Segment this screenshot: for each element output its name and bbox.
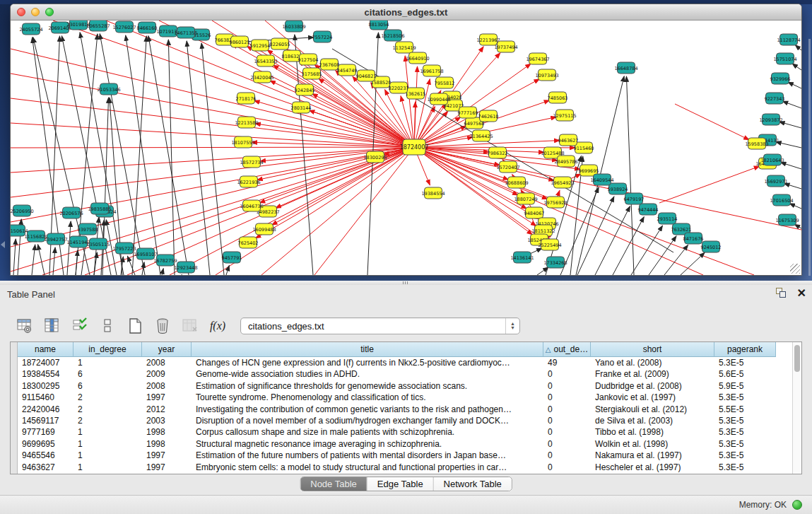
selected-node[interactable]: 18807249 — [514, 193, 537, 204]
edge[interactable] — [649, 236, 676, 275]
selected-node[interactable]: 3175685 — [302, 68, 322, 79]
column-header-indegree[interactable]: in_degree — [73, 342, 142, 357]
column-header-pagerank[interactable]: pagerank — [714, 342, 776, 357]
edge[interactable] — [187, 41, 210, 275]
node[interactable]: 14136141 — [510, 252, 534, 263]
select-rows-icon[interactable] — [71, 317, 89, 335]
selected-node[interactable]: 7462610 — [478, 110, 499, 122]
cell-short[interactable]: Stergiakouli et al. (2012) — [591, 404, 714, 415]
node[interactable]: 15218506 — [381, 30, 404, 41]
cell-year[interactable]: 2009 — [142, 368, 192, 380]
edge[interactable] — [795, 45, 801, 50]
node[interactable]: 21053346 — [97, 83, 120, 95]
cell-short[interactable]: Franke et al. (2009) — [591, 368, 714, 380]
scrollbar-thumb[interactable] — [794, 345, 800, 372]
zoom-window-button[interactable] — [45, 8, 54, 16]
cell-pagerank[interactable]: 5.3E-5 — [714, 357, 776, 368]
column-header-short[interactable]: short — [591, 342, 714, 357]
selected-node[interactable]: 19654923 — [551, 177, 574, 188]
node[interactable]: 9397588 — [78, 223, 98, 235]
selected-node[interactable]: 16099488 — [252, 223, 276, 235]
node[interactable]: 5938924 — [608, 183, 628, 194]
delete-table-icon[interactable] — [153, 317, 172, 335]
selected-edge[interactable] — [276, 147, 414, 208]
table-row[interactable]: 2242004622012Investigating the contribut… — [18, 404, 792, 415]
edge[interactable] — [784, 184, 801, 189]
node[interactable]: 11675309 — [775, 214, 799, 226]
node[interactable]: 12093872 — [759, 114, 782, 125]
selected-node[interactable]: 15720407 — [496, 161, 519, 173]
selected-node[interactable]: 18300295 — [363, 151, 387, 163]
selected-edge[interactable] — [11, 98, 414, 147]
cell-name[interactable]: 14569117 — [18, 415, 73, 426]
selected-node[interactable]: 18107553 — [231, 136, 254, 148]
cell-indegree[interactable]: 1 — [73, 357, 142, 368]
float-panel-icon[interactable] — [776, 288, 787, 299]
node[interactable]: 16958107 — [134, 248, 157, 259]
edge[interactable] — [168, 40, 175, 275]
node[interactable]: 20206576 — [59, 207, 83, 218]
tab-edge-table[interactable]: Edge Table — [367, 477, 434, 491]
edge[interactable] — [779, 122, 801, 128]
cell-outde[interactable]: 49 — [543, 357, 591, 368]
node[interactable]: 9457791 — [222, 252, 242, 263]
edge[interactable] — [577, 197, 614, 275]
selected-node[interactable]: 10990448 — [427, 93, 450, 105]
close-window-button[interactable] — [17, 8, 25, 16]
network-window-titlebar[interactable]: citations_edges.txt — [11, 4, 801, 21]
node[interactable]: 9245012 — [701, 241, 722, 252]
node[interactable]: 9474444 — [638, 204, 659, 215]
node[interactable]: 17334268 — [543, 257, 567, 268]
node[interactable]: 25206950 — [11, 205, 34, 216]
cell-short[interactable]: Dudbridge et al. (2008) — [591, 380, 714, 392]
node[interactable]: 12923448 — [174, 262, 197, 273]
cell-pagerank[interactable]: 5.9E-5 — [714, 380, 776, 392]
table-row[interactable]: 946362711997Embryonic stem cells: a mode… — [18, 462, 792, 473]
selected-node[interactable]: 16046736 — [240, 200, 263, 211]
node[interactable]: 17957223 — [112, 243, 136, 254]
cell-name[interactable]: 18724007 — [18, 357, 73, 368]
hub-node[interactable]: 18724007 — [400, 139, 429, 155]
table-row[interactable]: 911546021997Tourette syndrome. Phenomeno… — [18, 392, 792, 403]
selected-node[interactable]: 19674367 — [526, 53, 549, 64]
show-columns-icon[interactable] — [43, 317, 61, 335]
cell-title[interactable]: Corpus callosum shape and size in male p… — [192, 426, 543, 438]
cell-name[interactable]: 9699695 — [18, 438, 73, 450]
table-row[interactable]: 1830029562008Estimation of significance … — [18, 380, 792, 392]
cell-title[interactable]: Embryonic stem cells: a model to study s… — [192, 462, 543, 473]
cell-year[interactable]: 2008 — [142, 357, 192, 368]
cell-pagerank[interactable]: 5.3E-5 — [714, 426, 776, 438]
table-row[interactable]: 977716911998Corpus callosum shape and si… — [18, 426, 792, 438]
selected-node[interactable]: 12213589 — [235, 117, 258, 128]
cell-outde[interactable]: 0 — [543, 392, 591, 403]
cell-indegree[interactable]: 2 — [73, 392, 142, 403]
node[interactable]: 15692971 — [764, 175, 787, 187]
cell-title[interactable]: Changes of HCN gene expression and I(f) … — [192, 357, 543, 368]
cell-year[interactable]: 2008 — [142, 380, 192, 392]
selected-node[interactable]: 16543353 — [254, 55, 277, 66]
edge[interactable] — [148, 36, 189, 275]
node[interactable]: 24055724 — [19, 23, 42, 35]
node[interactable]: 19835885 — [88, 203, 111, 214]
cell-outde[interactable]: 0 — [543, 450, 591, 461]
table-scrollbar[interactable] — [792, 342, 801, 474]
panel-collapse-arrow[interactable] — [1, 241, 5, 248]
selected-edge[interactable] — [414, 147, 558, 160]
cell-name[interactable]: 9463627 — [18, 462, 73, 473]
selected-edge[interactable] — [255, 147, 414, 238]
memory-status-indicator[interactable] — [792, 500, 802, 510]
node[interactable]: 15751074 — [773, 53, 796, 64]
edge[interactable] — [13, 239, 16, 275]
divider-grip[interactable] — [403, 281, 409, 284]
selected-node[interactable]: 25225494 — [538, 239, 561, 250]
cell-year[interactable]: 2003 — [142, 415, 192, 426]
node[interactable]: 18210643 — [760, 154, 784, 165]
selected-node[interactable]: 9463627 — [558, 134, 579, 146]
node[interactable]: 23019814 — [66, 21, 90, 30]
cell-pagerank[interactable]: 5.3E-5 — [714, 415, 776, 426]
edge[interactable] — [789, 204, 801, 209]
cell-outde[interactable]: 0 — [543, 368, 591, 380]
node[interactable]: 16033809 — [282, 21, 305, 32]
cell-indegree[interactable]: 2 — [73, 415, 142, 426]
table-row[interactable]: 946554611997Estimation of the future num… — [18, 450, 792, 461]
